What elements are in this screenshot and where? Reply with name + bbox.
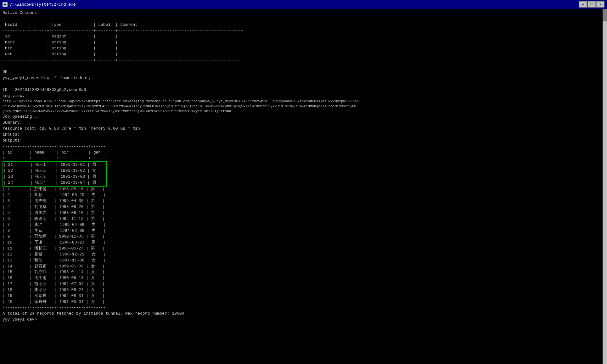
outputs-label: outputs: [3, 138, 604, 144]
row-10: | 10 | 于谦 | 1998-08-23 | 男 | [3, 240, 604, 246]
row-19: | 19 | 邓紫棋 | 1994-08-31 | 女 | [3, 293, 604, 299]
row-17: | 17 | 范冰冰 | 1992-07-04 | 女 | [3, 281, 604, 287]
summary-label: Summary: [3, 120, 604, 126]
title-bar: ■ C:\Windows\system32\cmd.exe — □ ✕ [0, 0, 607, 9]
row-7: | 7 | 李坤 | 1999-04-09 | 男 | [3, 222, 604, 228]
row-3: | 3 | 周杰伦 | 1995-04-30 | 男 | [3, 198, 604, 204]
result-top-border: +----------+----------+------------+----… [3, 144, 604, 150]
log-view-url-2: RbU1ZW1RObm04PSxpRFBTX09CTzoxMjQ4OTUzNzY… [3, 104, 604, 109]
resource-cost: resource cost: cpu 0.00 Core * Min, memo… [3, 126, 604, 132]
select-command: yyy_yueyi_dev>select * from student; [3, 75, 604, 81]
final-prompt: yyy_yueyi_dev> [3, 317, 604, 323]
field-name: name | string | | [3, 40, 604, 46]
row-2: | 2 | 胡歌 | 1994-03-20 | 男 | [3, 192, 604, 198]
blank-line-2 [3, 64, 604, 70]
log-view-url-3: yb2plY3RzL3l5eV95dWV5aV9kZXYvaW5zdGdFuY2… [3, 109, 604, 114]
row-16: | 16 | 周冬雨 | 1990-06-18 | 女 | [3, 275, 604, 281]
table-separator-2: ------------------+------------------+--… [3, 58, 604, 64]
table-header-line: Field | Type | Label | Comment [3, 22, 604, 28]
row-11: | 11 | 潘长江 | 1995-05-27 | 男 | [3, 246, 604, 252]
table-separator-1: ------------------+------------------+--… [3, 28, 604, 34]
job-queueing: Job Queueing... [3, 114, 604, 120]
row-12: | 12 | 杨紫 | 1996-12-21 | 女 | [3, 252, 604, 258]
log-view-label: Log view: [3, 93, 604, 99]
log-view-url-1: http://logview.odps.aliyun.com/logview/?… [3, 99, 604, 104]
row-6: | 6 | 陈道明 | 1992-11-12 | 男 | [3, 216, 604, 222]
inputs-label: inputs: [3, 132, 604, 138]
window-title: C:\Windows\system32\cmd.exe [9, 2, 76, 7]
fetch-summary: A total of 24 records fetched by instanc… [3, 311, 604, 317]
row-18: | 18 | 李冰冰 | 1993-09-24 | 女 | [3, 287, 604, 293]
result-bottom-border: +----------+----------+------------+----… [3, 305, 604, 311]
window: ■ C:\Windows\system32\cmd.exe — □ ✕ Nati… [0, 0, 607, 364]
green-rows-container: | 21 | 张三1 | 1991-03-01 | 男 | | 22 | 张三2… [3, 161, 107, 186]
scrollbar[interactable] [603, 9, 607, 364]
native-columns-label: Native Columns: [3, 10, 604, 16]
scrollbar-thumb[interactable] [603, 9, 607, 21]
row-9: | 9 | 郭德纲 | 1992-12-05 | 男 | [3, 234, 604, 240]
row-24: | 24 | 张三4 | 1991-03-04 | 男 | [3, 180, 106, 186]
row-21: | 21 | 张三1 | 1991-03-01 | 男 | [3, 162, 106, 168]
row-14: | 14 | 赵丽颖 | 1990-01-09 | 女 | [3, 264, 604, 270]
console-body: Native Columns: Field | Type | Label | C… [0, 9, 607, 364]
row-5: | 5 | 唐国强 | 1993-09-10 | 男 | [3, 210, 604, 216]
row-20: | 20 | 宋丹丹 | 1991-03-01 | 女 | [3, 299, 604, 305]
title-bar-left: ■ C:\Windows\system32\cmd.exe [3, 2, 76, 7]
field-gen: gen | string | | [3, 52, 604, 58]
title-bar-controls[interactable]: — □ ✕ [579, 1, 604, 8]
row-23: | 23 | 张三3 | 1991-03-03 | 男 | [3, 174, 106, 180]
job-id: ID = 20240112025429833g0c2yooad8q6 [3, 87, 604, 93]
row-4: | 4 | 刘德华 | 1998-08-28 | 男 | [3, 204, 604, 210]
field-id: id | bigint | | [3, 34, 604, 40]
row-15: | 15 | 刘亦菲 | 1993-01-14 | 女 | [3, 269, 604, 275]
row-13: | 13 | 蒋欣 | 1997-11-08 | 女 | [3, 258, 604, 264]
blank-line-3 [3, 81, 604, 87]
result-header-sep: +----------+----------+------------+----… [3, 155, 604, 161]
blank-line-1 [3, 16, 604, 22]
row-8: | 8 | 吴京 | 1994-02-06 | 男 | [3, 228, 604, 234]
cmd-icon: ■ [3, 2, 8, 7]
row-22: | 22 | 张三2 | 1991-03-02 | 女 | [3, 168, 106, 174]
minimize-button[interactable]: — [579, 1, 587, 8]
console-output: Native Columns: Field | Type | Label | C… [3, 10, 604, 323]
result-header: | id | name | bir | gen | [3, 150, 604, 156]
maximize-button[interactable]: □ [587, 1, 596, 8]
row-1: | 1 | 彭于晏 | 1995-05-16 | 男 | [3, 187, 604, 193]
field-bir: bir | string | | [3, 46, 604, 52]
close-button[interactable]: ✕ [596, 1, 604, 8]
ok-line: OK [3, 69, 604, 75]
